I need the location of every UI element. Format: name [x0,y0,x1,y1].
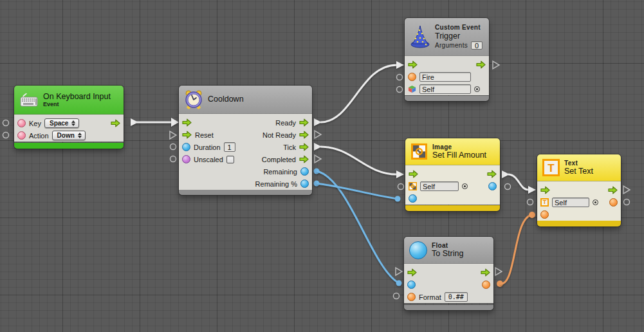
node-footer [14,143,124,149]
unscaled-checkbox[interactable] [226,156,234,163]
indicator-text-flowout-unconnected [623,186,630,194]
action-port[interactable] [17,131,26,140]
flow-in-port[interactable] [407,268,417,277]
wire-remaining-pct-to-image[interactable] [314,181,401,202]
node-cooldown[interactable]: Cooldown Ready Reset Not Ready Duration [179,86,312,195]
indicator-trigger-flowout-unconnected [493,61,499,69]
text-value-port[interactable] [540,210,549,219]
target-field[interactable] [420,181,459,191]
node-text-set-text[interactable]: T Text Set Text T [537,154,621,226]
row-target [405,180,500,192]
object-picker-icon[interactable] [474,86,480,92]
indicator-reset-unconnected [170,131,176,139]
not-ready-port[interactable] [299,131,309,139]
object-picker-icon[interactable] [593,199,598,205]
flow-in-port[interactable] [182,118,192,127]
key-port[interactable] [17,119,26,127]
node-header[interactable]: T Text Set Text [537,154,621,181]
target-field[interactable] [419,84,471,94]
flow-out-port[interactable] [476,60,486,69]
tick-port[interactable] [299,143,309,151]
not-ready-label: Not Ready [262,131,296,139]
format-label: Format [419,293,441,301]
node-footer [537,221,621,226]
node-on-keyboard-input[interactable]: On Keyboard Input Event Key Space Action… [14,86,124,149]
reset-label: Reset [195,131,214,139]
result-out-port[interactable] [488,182,497,190]
row-flow [537,184,621,196]
action-label: Action [29,132,49,140]
node-type-label: Image [432,143,486,151]
wire-ready-to-trigger[interactable] [314,61,404,126]
node-header[interactable]: Custom Event Trigger Arguments [405,18,489,56]
node-title: On Keyboard Input [43,92,111,101]
target-field[interactable] [552,198,589,207]
indicator-duration-unconnected [170,144,176,150]
object-picker-icon[interactable] [462,183,468,189]
flow-in-port[interactable] [540,186,550,194]
node-title: To String [432,249,463,258]
wire-keyboard-to-cooldown[interactable] [131,118,179,127]
flow-out-port[interactable] [111,119,120,127]
arguments-field[interactable] [471,41,483,50]
remaining-port[interactable] [300,167,309,176]
row-remaining-pct: Remaining % [179,178,312,190]
remaining-pct-port[interactable] [300,180,309,188]
updown-icon [78,133,82,138]
ready-port[interactable] [299,118,309,127]
node-header[interactable]: Cooldown [179,86,312,114]
key-dropdown[interactable]: Space [44,118,79,128]
remaining-pct-label: Remaining % [255,180,297,188]
indicator-format-unconnected [394,293,400,299]
node-image-set-fill-amount[interactable]: Image Set Fill Amount [405,138,500,211]
node-footer [405,96,489,101]
format-field[interactable] [445,292,468,302]
indicator-completed-unconnected [315,155,321,163]
fill-amount-port[interactable] [409,194,417,203]
node-type-label: Float [432,242,463,250]
duration-field[interactable] [224,142,235,152]
duration-port[interactable] [182,143,190,151]
row-key: Key Space [14,117,124,129]
result-out-port[interactable] [609,198,618,207]
action-dropdown[interactable]: Down [52,131,86,140]
node-header[interactable]: On Keyboard Input Event [14,86,124,115]
node-header[interactable]: Float To String [404,237,493,264]
node-title: Cooldown [208,95,244,104]
reset-port[interactable] [182,131,192,139]
row-duration-tick: Duration Tick [179,141,312,153]
unscaled-port[interactable] [182,155,190,163]
node-float-to-string[interactable]: Float To String Format [404,237,493,310]
wire-float-to-text[interactable] [497,212,535,287]
node-body: T [537,181,621,221]
flow-in-port[interactable] [408,60,418,69]
node-title: Set Text [564,167,593,176]
row-unscaled-completed: Unscaled Completed [179,153,312,165]
updown-icon [71,120,75,126]
indicator-key-unconnected [3,120,9,126]
completed-port[interactable] [299,155,309,163]
event-name-port[interactable] [408,73,416,81]
indicator-unscaled-unconnected [170,156,176,162]
image-port-icon[interactable] [409,182,417,190]
flow-out-port[interactable] [481,268,490,277]
gameobject-cube-icon[interactable] [408,85,416,93]
result-out-port[interactable] [482,281,490,289]
wire-image-to-text[interactable] [502,171,536,194]
wire-tick-to-image[interactable] [314,143,404,178]
value-in-port[interactable] [407,281,416,289]
text-port-icon[interactable]: T [540,198,549,207]
flow-in-port[interactable] [409,170,418,178]
flow-out-port[interactable] [487,170,497,178]
format-port[interactable] [407,293,416,301]
row-flow-ready: Ready [179,116,312,129]
graph-canvas[interactable]: On Keyboard Input Event Key Space Action… [0,0,644,332]
node-body: Format [404,264,493,303]
node-custom-event-trigger[interactable]: Custom Event Trigger Arguments [405,18,489,101]
flow-out-port[interactable] [608,186,618,194]
indicator-float-flowin-unconnected [396,268,402,275]
event-name-field[interactable] [419,72,471,82]
node-footer [405,205,500,211]
indicator-text-out-unconnected [624,199,630,205]
node-header[interactable]: Image Set Fill Amount [405,138,500,165]
